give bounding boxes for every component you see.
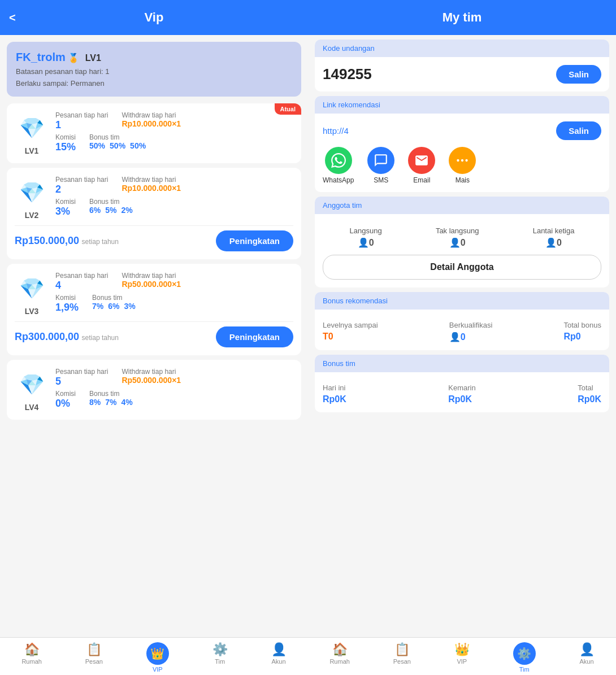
vip-card-lv3: 💎 LV3 Pesanan tiap hari 4 Withdraw tiap … <box>7 264 301 355</box>
lv1-pesanan-label: Pesanan tiap hari <box>55 111 108 119</box>
lv2-bonus-values: 6% 5% 2% <box>89 206 133 215</box>
nav-vip-right[interactable]: 👑 VIP <box>454 642 470 673</box>
rumah-icon-right: 🏠 <box>332 642 348 657</box>
lv3-komisi-label: Komisi <box>55 294 79 302</box>
lv3-pesanan-value: 4 <box>55 280 108 291</box>
nav-rumah-right[interactable]: 🏠 Rumah <box>329 642 349 673</box>
pesan-icon-right: 📋 <box>394 642 410 657</box>
anggota-tim-section-label: Anggota tim <box>315 197 609 214</box>
lv2-price-sub: setiap tahun <box>82 238 119 246</box>
lv2-withdraw-label: Withdraw tiap hari <box>122 176 181 184</box>
levelnya-sampai-value: T0 <box>323 332 378 342</box>
lv2-label: LV2 <box>25 211 39 220</box>
nav-pesan-left[interactable]: 📋 Pesan <box>85 642 103 673</box>
akun-icon-right: 👤 <box>579 642 595 657</box>
right-header: My tim <box>308 0 616 35</box>
lv1-bonus-values: 50% 50% 50% <box>89 141 146 150</box>
lv3-withdraw-label: Withdraw tiap hari <box>122 272 181 280</box>
lv2-withdraw-value: Rp10.000.000×1 <box>122 184 181 193</box>
link-rekomendasi-salin-button[interactable]: Salin <box>556 121 601 140</box>
share-mais[interactable]: Mais <box>449 147 476 184</box>
svg-point-0 <box>457 159 459 162</box>
tim-icon-left: ⚙️ <box>212 642 228 657</box>
kemarin-value: Rp0K <box>448 394 475 404</box>
total-bonus-col: Total bonus Rp0 <box>564 321 602 342</box>
lantai-ketiga-label: Lantai ketiga <box>533 227 575 235</box>
pesan-icon-left: 📋 <box>86 642 102 657</box>
invite-code-salin-button[interactable]: Salin <box>556 65 601 84</box>
link-rekomendasi-section-label: Link rekomendasi <box>315 96 609 114</box>
lv1-withdraw-label: Withdraw tiap hari <box>122 111 181 119</box>
nav-tim-left[interactable]: ⚙️ Tim <box>212 642 228 673</box>
akun-icon-left: 👤 <box>271 642 287 657</box>
lv1-label: LV1 <box>25 146 39 155</box>
total-bonus-value: Rp0 <box>564 332 602 342</box>
lv4-withdraw-label: Withdraw tiap hari <box>122 368 181 376</box>
valid-until-info: Berlaku sampai: Permanen <box>16 79 292 88</box>
atual-badge: Atual <box>275 103 302 115</box>
nav-akun-left[interactable]: 👤 Akun <box>271 642 287 673</box>
levelnya-sampai-col: Levelnya sampai T0 <box>323 321 378 342</box>
gem-icon-lv1: 💎 <box>15 111 49 145</box>
lv3-withdraw-value: Rp50.000.000×1 <box>122 280 181 289</box>
nav-tim-right[interactable]: ⚙️ Tim <box>513 642 536 673</box>
lantai-ketiga-count: 👤0 <box>545 237 562 248</box>
hari-ini-col: Hari ini Rp0K <box>323 384 346 404</box>
langsung-label: Langsung <box>350 227 382 235</box>
lv2-pesanan-value: 2 <box>55 184 108 195</box>
total-label: Total <box>578 384 601 392</box>
kemarin-label: Kemarin <box>448 384 475 392</box>
lv1-withdraw-value: Rp10.000.000×1 <box>122 119 181 128</box>
share-whatsapp[interactable]: WhatsApp <box>323 147 354 184</box>
rumah-icon-left: 🏠 <box>24 642 40 657</box>
link-rekomendasi-card: Link rekomendasi http://4 Salin WhatsApp <box>315 96 609 192</box>
nav-akun-label-left: Akun <box>271 658 285 665</box>
share-email[interactable]: Email <box>408 147 435 184</box>
anggota-tim-card: Anggota tim Langsung 👤0 Tak langsung 👤0 … <box>315 197 609 288</box>
lv3-upgrade-button[interactable]: Peningkatan <box>216 326 293 347</box>
berkualifikasi-label: Berkualifikasi <box>449 321 493 329</box>
lv3-price-sub: setiap tahun <box>82 334 119 342</box>
nav-vip-label-left: VIP <box>153 666 163 673</box>
nav-pesan-label-right: Pesan <box>393 658 411 665</box>
total-value: Rp0K <box>578 394 601 404</box>
lantai-ketiga-col: Lantai ketiga 👤0 <box>533 227 575 248</box>
nav-pesan-right[interactable]: 📋 Pesan <box>393 642 411 673</box>
gem-icon-lv4: 💎 <box>15 368 49 402</box>
nav-rumah-label-left: Rumah <box>21 658 41 665</box>
bonus-rekomendasi-card: Bonus rekomendasi Levelnya sampai T0 Ber… <box>315 292 609 350</box>
back-button[interactable]: < <box>9 11 16 24</box>
link-rekomendasi-value: http://4 <box>323 126 349 136</box>
lv4-pesanan-value: 5 <box>55 376 108 387</box>
left-header-title: Vip <box>145 10 164 25</box>
svg-point-1 <box>461 159 463 162</box>
lv3-komisi-value: 1,9% <box>55 302 79 313</box>
lv4-bonus-label: Bonus tim <box>89 390 133 398</box>
detail-anggota-button[interactable]: Detail Anggota <box>323 255 601 280</box>
lv3-price: Rp300.000,00 <box>15 331 79 342</box>
berkualifikasi-col: Berkualifikasi 👤0 <box>449 321 493 342</box>
berkualifikasi-value: 👤0 <box>449 332 493 342</box>
hari-ini-value: Rp0K <box>323 394 346 404</box>
nav-rumah-label-right: Rumah <box>329 658 349 665</box>
lv3-pesanan-label: Pesanan tiap hari <box>55 272 108 280</box>
lv4-withdraw-value: Rp50.000.000×1 <box>122 376 181 385</box>
lv2-price: Rp150.000,00 <box>15 235 79 246</box>
lv2-upgrade-button[interactable]: Peningkatan <box>216 230 293 251</box>
nav-akun-right[interactable]: 👤 Akun <box>579 642 595 673</box>
nav-vip-left[interactable]: 👑 VIP <box>146 642 169 673</box>
nav-tim-label-left: Tim <box>215 658 225 665</box>
bonus-tim-card: Bonus tim Hari ini Rp0K Kemarin Rp0K Tot… <box>315 355 609 412</box>
daily-limit-info: Batasan pesanan tiap hari: 1 <box>16 67 292 76</box>
lv2-pesanan-label: Pesanan tiap hari <box>55 176 108 184</box>
lv3-label: LV3 <box>25 307 39 316</box>
invite-code-card: Kode undangan 149255 Salin <box>315 40 609 92</box>
tak-langsung-label: Tak langsung <box>436 227 479 235</box>
share-sms[interactable]: SMS <box>367 147 394 184</box>
lv2-bonus-label: Bonus tim <box>89 198 133 206</box>
email-label: Email <box>413 176 430 184</box>
nav-rumah-left[interactable]: 🏠 Rumah <box>21 642 41 673</box>
mais-icon <box>449 147 476 174</box>
sms-label: SMS <box>374 176 388 184</box>
left-bottom-nav: 🏠 Rumah 📋 Pesan 👑 VIP ⚙️ Tim 👤 Akun <box>0 637 308 675</box>
